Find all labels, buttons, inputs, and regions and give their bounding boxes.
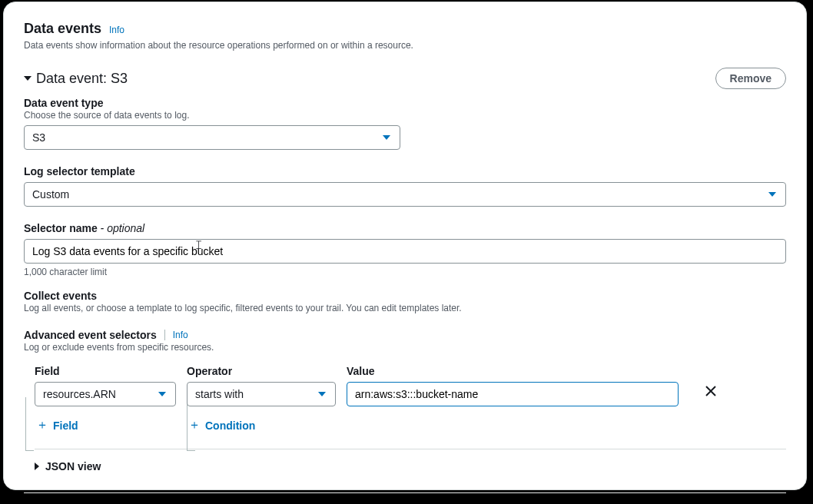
data-event-type-value: S3: [32, 131, 45, 144]
selector-row: Field resources.ARN Operator starts with…: [24, 365, 786, 406]
collect-events-label: Collect events: [24, 290, 786, 302]
caret-right-icon: [35, 463, 39, 470]
selector-name-input[interactable]: [24, 239, 786, 264]
field-select-value: resources.ARN: [43, 388, 116, 400]
plus-icon: ＋: [36, 417, 48, 433]
data-event-expander[interactable]: Data event: S3: [24, 71, 128, 87]
selector-name-optional: - optional: [98, 222, 144, 234]
json-view-toggle[interactable]: JSON view: [24, 460, 786, 472]
chevron-down-icon: [383, 135, 390, 140]
advanced-selectors-help: Log or exclude events from specific reso…: [24, 342, 786, 353]
chevron-down-icon: [318, 392, 326, 396]
operator-select-value: starts with: [195, 388, 244, 400]
divider: [164, 330, 165, 340]
operator-col-header: Operator: [187, 365, 336, 377]
divider: [24, 492, 786, 493]
selector-name-limit: 1,000 character limit: [24, 267, 786, 277]
panel-header: Data events Info Data events show inform…: [24, 21, 786, 51]
advanced-info-link[interactable]: Info: [173, 330, 188, 340]
collect-events-help: Log all events, or choose a template to …: [24, 303, 786, 313]
caret-down-icon: [24, 76, 32, 81]
field-col-header: Field: [35, 365, 176, 377]
log-selector-template-label: Log selector template: [24, 165, 786, 177]
add-condition-button[interactable]: ＋ Condition: [187, 413, 336, 438]
data-event-type-help: Choose the source of data events to log.: [24, 110, 786, 121]
data-event-title: Data event: S3: [36, 71, 128, 87]
value-col-header: Value: [347, 365, 679, 377]
info-link[interactable]: Info: [109, 25, 124, 35]
divider: [35, 449, 786, 449]
add-condition-label: Condition: [205, 419, 255, 432]
close-icon: [705, 385, 717, 397]
chevron-down-icon: [158, 392, 166, 396]
selector-name-label: Selector name: [24, 222, 98, 234]
data-events-panel: Data events Info Data events show inform…: [3, 2, 807, 490]
value-input[interactable]: [347, 382, 679, 406]
operator-select[interactable]: starts with: [187, 382, 336, 406]
log-selector-template-select[interactable]: Custom: [24, 182, 786, 207]
chevron-down-icon: [768, 192, 776, 197]
json-view-label: JSON view: [45, 460, 101, 472]
advanced-selectors-label: Advanced event selectors: [24, 329, 157, 341]
data-event-type-label: Data event type: [24, 97, 786, 109]
add-field-button[interactable]: ＋ Field: [35, 413, 176, 438]
remove-button[interactable]: Remove: [715, 68, 786, 89]
plus-icon: ＋: [188, 417, 201, 433]
panel-title: Data events: [24, 21, 101, 36]
panel-desc: Data events show information about the r…: [24, 40, 786, 51]
field-select[interactable]: resources.ARN: [35, 382, 176, 406]
data-event-type-select[interactable]: S3: [24, 125, 400, 150]
add-field-label: Field: [53, 419, 78, 432]
remove-row-button[interactable]: [705, 385, 717, 401]
log-selector-template-value: Custom: [32, 188, 69, 201]
